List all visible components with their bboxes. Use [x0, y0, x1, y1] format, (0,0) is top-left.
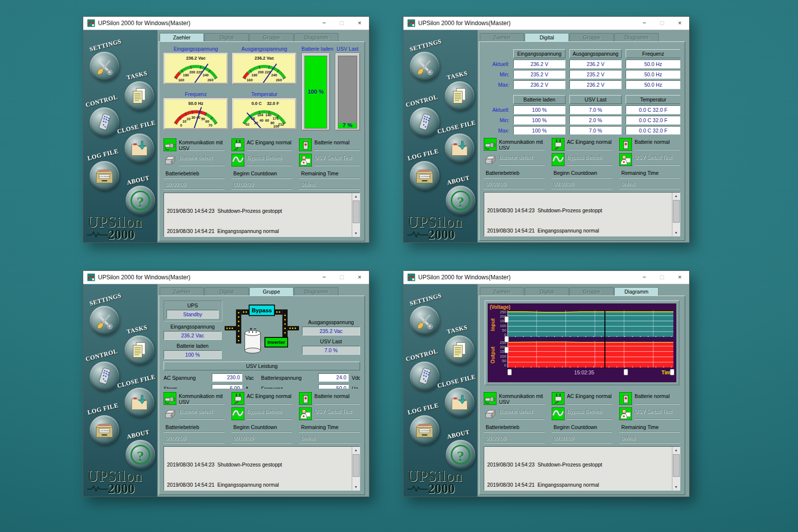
close-button[interactable]: × [352, 272, 367, 283]
log-file-button[interactable]: LOG FILES [90, 161, 119, 191]
tab-gruppe[interactable]: Gruppe [569, 33, 614, 41]
tasks-button[interactable] [445, 81, 474, 111]
close-file-button[interactable] [445, 133, 474, 163]
close-button[interactable]: × [352, 18, 367, 29]
about-button[interactable]: ? [446, 440, 475, 469]
ups-power-header: USV Leistung [164, 362, 360, 370]
slider-handle[interactable] [504, 336, 509, 342]
value-cell: 50.0 Hz [626, 70, 680, 79]
maximize-button[interactable]: □ [655, 272, 669, 283]
indicator-label: Kommunikation mit USV [499, 392, 545, 404]
settings-button[interactable] [410, 52, 439, 81]
control-button[interactable] [410, 107, 439, 137]
control-button[interactable] [410, 362, 439, 391]
tab-digital[interactable]: Digital [525, 287, 569, 296]
settings-button[interactable] [90, 306, 119, 335]
minimize-button[interactable]: − [317, 272, 332, 283]
settings-button[interactable] [90, 52, 119, 81]
log-scrollbar[interactable]: ▲ ▼ [672, 447, 680, 490]
scroll-up-icon[interactable]: ▲ [352, 447, 360, 453]
sidebar: SETTINGS TASKS CONTROL [83, 284, 158, 497]
analog-meter: 236.2 Vac 160 180 200 220 240 260 [165, 54, 227, 83]
about-button[interactable]: ? [126, 186, 155, 215]
control-button[interactable] [90, 107, 119, 137]
tab-zaehler[interactable]: Zaehler [160, 287, 204, 296]
slider-handle[interactable] [504, 347, 509, 353]
value-cell: 50.0 Hz [626, 60, 680, 68]
tab-gruppe[interactable]: Gruppe [569, 287, 614, 296]
indicator-label: Bypass Betrieb [247, 154, 293, 166]
scroll-thumb[interactable] [353, 200, 360, 223]
svg-text:240: 240 [203, 73, 209, 77]
battery-voltage-field[interactable]: 24.0 [318, 373, 349, 382]
tab-diagramm[interactable]: Diagramm [294, 287, 338, 296]
about-button[interactable]: ? [446, 186, 475, 215]
log-drawer-label: LOG FILES [99, 430, 110, 432]
sidebar-label-control: CONTROL [85, 348, 118, 364]
tasks-button[interactable] [445, 335, 474, 365]
log-file-button[interactable]: LOG FILES [410, 161, 439, 191]
question-mark-icon: ? [451, 191, 470, 210]
log-scrollbar[interactable]: ▲ ▼ [352, 447, 360, 490]
settings-button[interactable] [410, 306, 439, 335]
usv-communication-icon [164, 392, 176, 405]
control-button[interactable] [90, 362, 119, 391]
tab-zaehler[interactable]: Zaehler [480, 33, 524, 41]
close-file-button[interactable] [445, 388, 474, 417]
current-field[interactable]: 6.00 [212, 384, 242, 389]
output-y-ticks: 250 200 150 100 50 0 [497, 341, 507, 369]
chart-cursor[interactable] [604, 310, 605, 368]
tasks-button[interactable] [125, 81, 154, 111]
log-scrollbar[interactable]: ▲ ▼ [672, 193, 680, 236]
close-button[interactable]: × [672, 18, 687, 29]
log-file-button[interactable]: LOG FILES [90, 415, 119, 445]
bypass-label: Bypass [252, 307, 272, 313]
scroll-thumb[interactable] [673, 454, 680, 477]
minimize-button[interactable]: − [317, 18, 332, 29]
tab-diagramm[interactable]: Diagramm [614, 287, 659, 296]
log-file-button[interactable]: LOG FILES [410, 415, 439, 445]
maximize-button[interactable]: □ [334, 272, 349, 283]
tasks-button[interactable] [125, 335, 154, 365]
indicator-label: Bypass Betrieb [567, 407, 613, 419]
minimize-button[interactable]: − [637, 18, 652, 29]
log-drawer-icon: LOG FILES [95, 166, 114, 186]
scroll-up-icon[interactable]: ▲ [352, 193, 360, 200]
close-file-button[interactable] [125, 133, 154, 163]
scroll-down-icon[interactable]: ▼ [672, 230, 680, 236]
scroll-down-icon[interactable]: ▼ [352, 484, 360, 490]
tab-diagramm[interactable]: Diagramm [294, 33, 338, 41]
slider-handle[interactable] [670, 369, 674, 375]
scroll-down-icon[interactable]: ▼ [352, 230, 360, 236]
ac-voltage-field[interactable]: 230.0 [212, 373, 242, 382]
slider-handle[interactable] [504, 316, 509, 323]
minimize-button[interactable]: − [637, 272, 652, 283]
tab-digital[interactable]: Digital [525, 33, 569, 41]
tab-digital[interactable]: Digital [204, 287, 249, 296]
log-scrollbar[interactable]: ▲ ▼ [352, 193, 360, 236]
about-button[interactable]: ? [126, 440, 155, 469]
close-button[interactable]: × [672, 272, 687, 283]
maximize-button[interactable]: □ [655, 18, 669, 29]
tab-gruppe[interactable]: Gruppe [249, 33, 294, 41]
slider-handle[interactable] [624, 369, 628, 375]
tab-zaehler[interactable]: Zaehler [160, 33, 204, 41]
scroll-down-icon[interactable]: ▼ [672, 484, 680, 490]
tab-gruppe[interactable]: Gruppe [249, 287, 294, 296]
close-file-button[interactable] [125, 388, 154, 417]
value-cell: 0.0 C 32.0 F [626, 105, 680, 114]
frequency-field[interactable]: 50.0 [318, 384, 349, 389]
tab-diagramm[interactable]: Diagramm [614, 33, 659, 41]
indicator-label: USV Selbst Test [314, 154, 360, 166]
scroll-up-icon[interactable]: ▲ [672, 447, 680, 453]
scroll-up-icon[interactable]: ▲ [672, 193, 680, 199]
remote-control-icon [415, 112, 434, 132]
timer-value-remaining: 0Mins [299, 180, 360, 189]
tab-zaehler[interactable]: Zaehler [480, 287, 524, 296]
scroll-thumb[interactable] [353, 454, 360, 477]
scroll-thumb[interactable] [673, 200, 680, 223]
slider-handle[interactable] [507, 369, 512, 375]
tab-digital[interactable]: Digital [204, 33, 249, 41]
maximize-button[interactable]: □ [334, 18, 349, 29]
analog-meter: 50.0 Hz 0 10 20 30 40 50 60 70 [165, 100, 227, 128]
